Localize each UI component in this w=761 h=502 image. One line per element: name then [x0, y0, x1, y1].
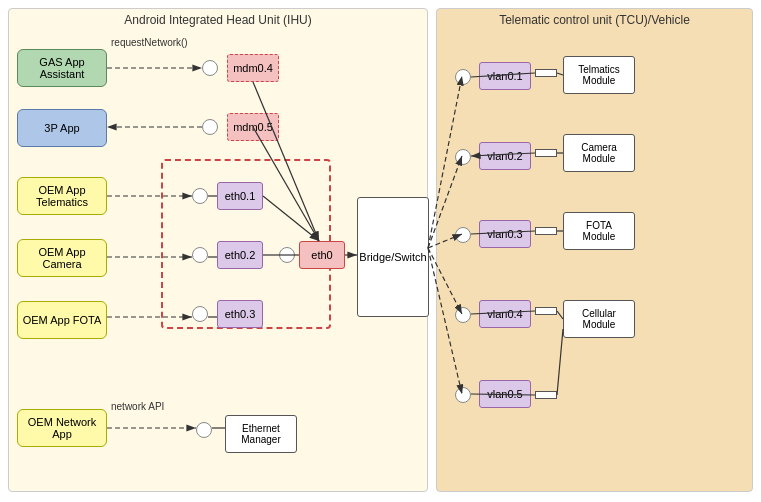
eth02-box: eth0.2 [217, 241, 263, 269]
eth03-box: eth0.3 [217, 300, 263, 328]
svg-line-28 [557, 329, 563, 395]
ihu-panel: Android Integrated Head Unit (IHU) GAS A… [8, 8, 428, 492]
tcu-circle-vlan05 [455, 387, 471, 403]
connector-telmatics [535, 69, 557, 77]
connector-fota [535, 227, 557, 235]
tcu-title: Telematic control unit (TCU)/Vehicle [499, 13, 690, 27]
app-oem-telematics: OEM App Telematics [17, 177, 107, 215]
cellular-module-box: Cellular Module [563, 300, 635, 338]
telmatics-module-box: Telmatics Module [563, 56, 635, 94]
vlan01-box: vlan0.1 [479, 62, 531, 90]
app-oem-fota: OEM App FOTA [17, 301, 107, 339]
app-oem-network: OEM Network App [17, 409, 107, 447]
vlan03-box: vlan0.3 [479, 220, 531, 248]
main-container: Android Integrated Head Unit (IHU) GAS A… [0, 0, 761, 502]
connector-cellular-1 [535, 307, 557, 315]
request-network-label: requestNetwork() [111, 37, 188, 48]
fota-module-box: FOTA Module [563, 212, 635, 250]
vlan05-box: vlan0.5 [479, 380, 531, 408]
circle-eth0-out [279, 247, 295, 263]
circle-mdm04 [202, 60, 218, 76]
bridge-switch-box: Bridge/Switch [357, 197, 429, 317]
mdm04-box: mdm0.4 [227, 54, 279, 82]
circle-eth01 [192, 188, 208, 204]
eth-manager-box: Ethernet Manager [225, 415, 297, 453]
circle-eth02 [192, 247, 208, 263]
network-api-label: network API [111, 401, 164, 412]
circle-mdm05 [202, 119, 218, 135]
connector-camera [535, 149, 557, 157]
mdm05-box: mdm0.5 [227, 113, 279, 141]
circle-network [196, 422, 212, 438]
eth0-box: eth0 [299, 241, 345, 269]
camera-module-box: Camera Module [563, 134, 635, 172]
eth01-box: eth0.1 [217, 182, 263, 210]
tcu-circle-vlan03 [455, 227, 471, 243]
app-oem-camera: OEM App Camera [17, 239, 107, 277]
ihu-title: Android Integrated Head Unit (IHU) [124, 13, 311, 27]
tcu-panel: Telematic control unit (TCU)/Vehicle vla… [436, 8, 753, 492]
tcu-circle-vlan04 [455, 307, 471, 323]
tcu-circle-vlan01 [455, 69, 471, 85]
app-3p: 3P App [17, 109, 107, 147]
app-gas: GAS App Assistant [17, 49, 107, 87]
vlan02-box: vlan0.2 [479, 142, 531, 170]
circle-eth03 [192, 306, 208, 322]
vlan04-box: vlan0.4 [479, 300, 531, 328]
connector-cellular-2 [535, 391, 557, 399]
tcu-circle-vlan02 [455, 149, 471, 165]
